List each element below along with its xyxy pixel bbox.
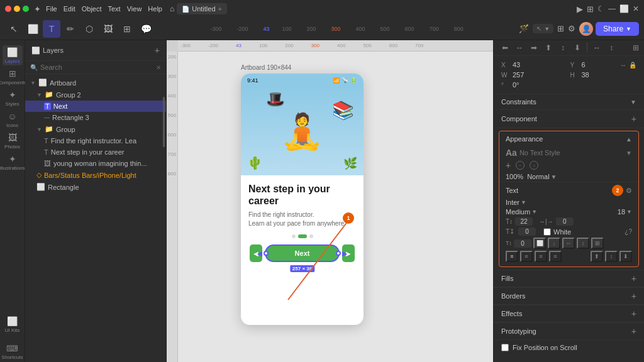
layer-find[interactable]: T Find the right instructor. Lea <box>25 135 166 146</box>
text-overflow-icon[interactable]: ↓ <box>548 238 560 249</box>
h-value[interactable]: 38 <box>582 71 637 79</box>
image-tool[interactable]: 🖼 <box>99 20 117 38</box>
select-tool[interactable]: ↖ <box>5 20 23 38</box>
paragraph-spacing-value[interactable]: 0 <box>518 228 536 236</box>
styles-panel-btn[interactable]: ✦ Styles <box>3 88 23 108</box>
document-tab[interactable]: 📄 Untitled + <box>177 3 227 14</box>
component-header[interactable]: Component + <box>494 110 644 128</box>
menu-file[interactable]: File <box>46 5 57 13</box>
grid-view-icon[interactable]: ⊞ <box>557 24 564 33</box>
align-middle-v-btn[interactable]: ↕ <box>557 43 569 52</box>
distribute-btn[interactable]: ⊞ <box>633 43 639 52</box>
text-wrap-h-icon[interactable]: ↔ <box>562 238 575 249</box>
align-right-btn[interactable]: ➡ <box>528 43 540 52</box>
window-controls[interactable] <box>5 6 29 12</box>
appearance-add-icon[interactable]: + <box>506 160 511 170</box>
text-tool[interactable]: T <box>43 20 60 38</box>
valign-bottom-btn[interactable]: ⬇ <box>619 251 632 262</box>
shortcuts-btn[interactable]: ⌨ Shortcuts <box>3 342 23 362</box>
align-text-right-btn[interactable]: ≡ <box>535 251 547 262</box>
dropdown-arrow[interactable]: ▼ <box>544 26 550 32</box>
mask-tool[interactable]: ⬡ <box>80 20 98 38</box>
align-text-justify-btn[interactable]: ≡ <box>549 251 562 262</box>
photos-panel-btn[interactable]: 🖼 Photos <box>3 131 23 151</box>
flip-h-btn[interactable]: ↔ <box>591 43 603 52</box>
align-left-btn[interactable]: ⬅ <box>499 43 511 52</box>
layer-artboard[interactable]: ▼ ⬜ Artboard <box>25 77 166 89</box>
layer-rectangle[interactable]: ⬜ Rectangle <box>25 181 166 193</box>
x-value[interactable]: 43 <box>513 61 568 69</box>
color-edit-icon[interactable]: ¿? <box>625 228 632 235</box>
text-columns-icon[interactable]: ⊞ <box>591 238 604 249</box>
align-text-center-btn[interactable]: ≡ <box>520 251 533 262</box>
layer-next[interactable]: T Next <box>25 101 166 112</box>
align-text-left-btn[interactable]: ≡ <box>506 251 518 262</box>
borders-add-icon[interactable]: + <box>631 291 636 301</box>
flip-v-btn[interactable]: ↕ <box>605 43 618 52</box>
more-options-icon[interactable]: ○ <box>530 161 538 170</box>
w-value[interactable]: 257 <box>513 71 568 79</box>
fills-add-icon[interactable]: + <box>631 273 636 283</box>
layer-young[interactable]: 🖼 young woman imagining thin... <box>25 158 166 169</box>
effects-add-icon[interactable]: + <box>631 309 636 319</box>
grid-icon[interactable]: ⊞ <box>587 4 594 14</box>
component-add-icon[interactable]: + <box>631 114 636 124</box>
layer-rectangle3[interactable]: — Rectangle 3 <box>25 112 166 123</box>
search-input[interactable] <box>40 63 153 71</box>
line-height-value[interactable]: 22 <box>515 217 533 226</box>
close-icon[interactable]: ✕ <box>633 4 639 13</box>
next-main-btn[interactable]: Next ◀ ▶ 257 × 38 <box>265 244 340 262</box>
layer-group[interactable]: ▼ 📁 Group <box>25 123 166 135</box>
text-wrap-v-icon[interactable]: ↕ <box>577 238 589 249</box>
minimize-window-btn[interactable] <box>14 6 20 12</box>
add-layer-button[interactable]: + <box>155 45 160 55</box>
menu-edit[interactable]: Edit <box>64 5 75 13</box>
menu-view[interactable]: View <box>127 5 142 13</box>
lock-icon[interactable]: 🔒 <box>629 62 636 69</box>
text-indent-value[interactable]: 0 <box>514 239 531 248</box>
valign-mid-btn[interactable]: ↕ <box>605 251 618 262</box>
layer-bars[interactable]: ◇ Bars/Status Bars/iPhone/Light <box>25 169 166 181</box>
blend-mode[interactable]: Normal ▼ <box>527 173 557 180</box>
clear-search-icon[interactable]: ✕ <box>156 64 161 71</box>
menu-help[interactable]: Help <box>148 5 162 13</box>
comment-tool[interactable]: 💬 <box>137 20 155 38</box>
close-window-btn[interactable] <box>5 6 11 12</box>
text-color-picker[interactable]: White <box>543 228 571 236</box>
play-icon[interactable]: ▶ <box>577 4 583 14</box>
layers-panel-btn[interactable]: ⬜ Layers <box>3 45 23 65</box>
rotation-value[interactable]: 0° <box>513 81 636 89</box>
resize-icon[interactable]: ⬜ <box>619 4 629 13</box>
font-weight-value[interactable]: Medium ▼ <box>506 208 537 216</box>
text-style-label[interactable]: No Text Style <box>519 149 623 156</box>
components-panel-btn[interactable]: ⊞ Components <box>3 67 23 87</box>
align-center-h-btn[interactable]: ↔ <box>513 43 526 52</box>
menu-text[interactable]: Text <box>108 5 121 13</box>
resize-handle-right[interactable] <box>336 251 341 256</box>
valign-top-btn[interactable]: ⬆ <box>591 251 603 262</box>
menu-object[interactable]: Object <box>82 5 102 13</box>
prototyping-add-icon[interactable]: + <box>631 326 636 336</box>
letter-spacing-value[interactable]: 0 <box>556 217 574 226</box>
align-top-btn[interactable]: ⬆ <box>542 43 555 52</box>
home-icon[interactable]: ⌂ <box>170 4 174 13</box>
fix-scroll-checkbox[interactable] <box>501 344 509 351</box>
font-family-value[interactable]: Inter ▼ <box>506 199 526 206</box>
illustrations-panel-btn[interactable]: ✦ Illustrations <box>3 152 23 172</box>
text-box-icon[interactable]: ⬜ <box>533 238 546 249</box>
constraints-header[interactable]: Constraints ▼ <box>494 94 644 109</box>
maximize-window-btn[interactable] <box>23 6 29 12</box>
ui-kits-panel-btn[interactable]: ⬜ UI Kits <box>3 314 23 334</box>
layer-group2[interactable]: ▼ 📁 Group 2 <box>25 89 166 101</box>
opacity-value[interactable]: 100% <box>506 173 523 180</box>
subtract-icon[interactable]: − <box>516 161 525 170</box>
y-value[interactable]: 6 <box>582 61 618 69</box>
resize-handle-left[interactable] <box>264 251 269 256</box>
component-tool[interactable]: ⊞ <box>118 20 136 38</box>
dark-mode-icon[interactable]: ☾ <box>597 4 604 13</box>
text-tune-icon[interactable]: ⚙ <box>626 187 632 195</box>
align-bottom-btn[interactable]: ⬇ <box>571 43 584 52</box>
appearance-header[interactable]: Appearance ▲ <box>499 131 638 146</box>
pen-tool[interactable]: ✏ <box>62 20 79 38</box>
font-size-value[interactable]: 18 ▼ <box>618 208 632 216</box>
